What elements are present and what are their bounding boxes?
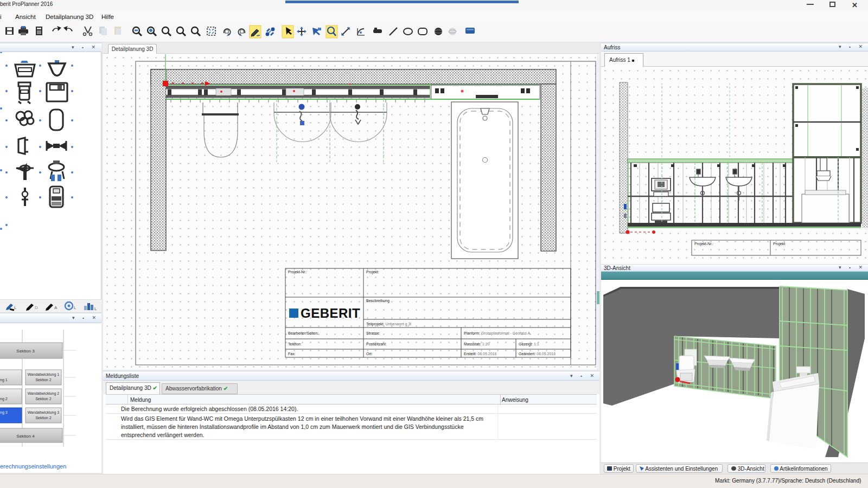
svg-text:Projekt-Nr.:: Projekt-Nr.:: [288, 270, 307, 274]
svg-text:Geändert: 08.05.2016: Geändert: 08.05.2016: [519, 352, 556, 356]
svg-text:L: L: [14, 305, 17, 310]
svg-text:Postleitzahl:: Postleitzahl:: [366, 342, 387, 346]
svg-text:Wandabwicklung 2: Wandabwicklung 2: [28, 391, 60, 396]
svg-text:Projekt:: Projekt:: [773, 242, 786, 246]
svg-text:Telefon:: Telefon:: [288, 342, 302, 346]
svg-text:hrung 2: hrung 2: [0, 397, 8, 401]
svg-text:A: A: [54, 305, 58, 310]
svg-text:hrung 1: hrung 1: [0, 378, 8, 382]
svg-text:L: L: [94, 306, 97, 311]
svg-text:Sektion 2: Sektion 2: [35, 397, 51, 401]
svg-text:L: L: [74, 305, 76, 310]
svg-text:Projekt:: Projekt:: [366, 270, 379, 274]
svg-text:Gezeigt: 1:1: Gezeigt: 1:1: [519, 342, 539, 346]
svg-text:Wandabwicklung 3: Wandabwicklung 3: [28, 410, 60, 415]
svg-text:Strasse:: Strasse:: [366, 331, 380, 335]
svg-text:Ort:: Ort:: [366, 352, 373, 356]
svg-text:Beschreibung: Beschreibung: [366, 299, 390, 303]
svg-text:Sektion 3: Sektion 3: [16, 349, 35, 354]
svg-text:Sektion 4: Sektion 4: [16, 434, 35, 439]
svg-text:Planform: Grossplanformat - Ge: Planform: Grossplanformat - Geofass A: [464, 331, 530, 336]
svg-text:Sektion 2: Sektion 2: [35, 378, 51, 382]
svg-text:GEBERIT: GEBERIT: [301, 306, 360, 320]
svg-text:Erstellt: 08.05.2016: Erstellt: 08.05.2016: [464, 352, 496, 356]
svg-text:Sektion 2: Sektion 2: [35, 416, 51, 420]
svg-text:hrung 3: hrung 3: [0, 410, 8, 415]
svg-text:Teilprojekt: Unbenannt g 3l: Teilprojekt: Unbenannt g 3l: [366, 322, 411, 326]
svg-text:Massstab: 1:20: Massstab: 1:20: [464, 342, 490, 346]
svg-text:Projekt-Nr.:: Projekt-Nr.:: [694, 242, 713, 246]
svg-text:Fax:: Fax:: [288, 352, 296, 356]
svg-text:Wandabwicklung 1: Wandabwicklung 1: [28, 373, 60, 377]
svg-text:D: D: [35, 305, 38, 310]
svg-text:Bearbeiter/Seiten:: Bearbeiter/Seiten:: [288, 331, 318, 335]
